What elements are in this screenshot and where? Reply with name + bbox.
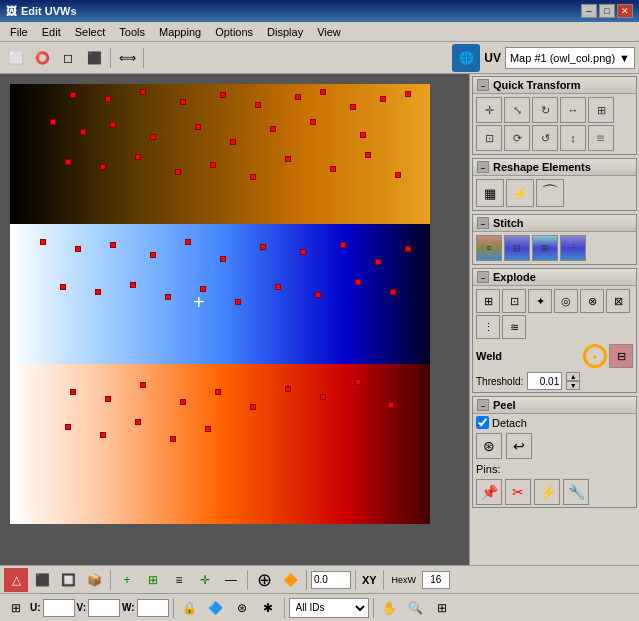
weld-row: Weld ⊟ [473,342,636,370]
stitch-tool-3[interactable]: ⊞ [532,235,558,261]
menu-file[interactable]: File [4,24,34,40]
peel-tool-1[interactable]: ⊛ [476,433,502,459]
stitch-collapse-btn[interactable]: – [477,217,489,229]
peel-section: – Peel Detach ⊛ ↩ Pins: 📌 ✂ ⚡ 🔧 [472,396,637,508]
minimize-button[interactable]: – [581,4,597,18]
select-circle-btn[interactable]: ⭕ [30,46,54,70]
bt2-zoom-btn[interactable]: 🔍 [404,596,428,620]
menu-bar: File Edit Select Tools Mapping Options D… [0,22,639,42]
exp-tool-1[interactable]: ⊞ [476,289,500,313]
stitch-label: Stitch [493,217,524,229]
detach-checkbox[interactable] [476,416,489,429]
reshape-section: – Reshape Elements ▦ ⚡ ⌒ [472,158,637,211]
bt1-tool-2[interactable]: ⬛ [30,568,54,592]
bt1-tool-5[interactable]: + [115,568,139,592]
v-input[interactable] [88,599,120,617]
threshold-label: Threshold: [476,376,523,387]
bt1-tool-3[interactable]: 🔲 [56,568,80,592]
qt-r5-btn[interactable]: ||| [588,125,614,151]
qt-col5-btn[interactable]: ⊞ [588,97,614,123]
menu-edit[interactable]: Edit [36,24,67,40]
reshape-collapse-btn[interactable]: – [477,161,489,173]
bt1-tool-9[interactable]: — [219,568,243,592]
menu-tools[interactable]: Tools [113,24,151,40]
bt2-sep1 [173,598,174,618]
pin-remove-btn[interactable]: ✂ [505,479,531,505]
menu-view[interactable]: View [311,24,347,40]
bt2-tool-5[interactable]: ⊞ [430,596,454,620]
threshold-input[interactable] [527,372,562,390]
reshape-tool-1[interactable]: ▦ [476,179,504,207]
bt2-tool-2[interactable]: 🔷 [204,596,228,620]
bt1-tool-6[interactable]: ⊞ [141,568,165,592]
zoom-input[interactable] [422,571,450,589]
qt-collapse-btn[interactable]: – [477,79,489,91]
menu-select[interactable]: Select [69,24,112,40]
qt-rotate-btn[interactable]: ↻ [532,97,558,123]
qt-scale-btn[interactable]: ⤡ [504,97,530,123]
bt1-tool-10[interactable]: ⊕ [252,568,276,592]
bt1-tool-11[interactable]: 🔶 [278,568,302,592]
qt-r2-btn[interactable]: ⟳ [504,125,530,151]
stitch-tool-1[interactable]: ≡ [476,235,502,261]
uv-canvas-area[interactable]: + [0,74,469,565]
bt2-tool-3[interactable]: ⊛ [230,596,254,620]
exp-tool-8[interactable]: ≋ [502,315,526,339]
select-rect-btn[interactable]: ⬜ [4,46,28,70]
bt1-tool-12[interactable]: HexW [388,568,420,592]
menu-display[interactable]: Display [261,24,309,40]
reshape-tool-2[interactable]: ⚡ [506,179,534,207]
qt-flip-h-btn[interactable]: ↔ [560,97,586,123]
bt2-tool-4[interactable]: ✱ [256,596,280,620]
select-line-btn[interactable]: ⬛ [82,46,106,70]
detach-label[interactable]: Detach [476,416,527,429]
bt1-tool-7[interactable]: ≡ [167,568,191,592]
mirror-btn[interactable]: ⟺ [115,46,139,70]
bt2-hand-btn[interactable]: ✋ [378,596,402,620]
exp-tool-5[interactable]: ⊗ [580,289,604,313]
peel-tools-row: ⊛ ↩ [473,431,636,461]
menu-mapping[interactable]: Mapping [153,24,207,40]
maximize-button[interactable]: □ [599,4,615,18]
threshold-down[interactable]: ▼ [566,381,580,390]
pin-add-btn[interactable]: 📌 [476,479,502,505]
reshape-tool-3[interactable]: ⌒ [536,179,564,207]
stitch-tool-2[interactable]: ⊟ [504,235,530,261]
qt-r4-btn[interactable]: ↕ [560,125,586,151]
weld-label: Weld [476,350,502,362]
value-input[interactable] [311,571,351,589]
map-selector[interactable]: Map #1 (owl_col.png) ▼ [505,47,635,69]
qt-move-btn[interactable]: ✛ [476,97,502,123]
peel-collapse-btn[interactable]: – [477,399,489,411]
threshold-up[interactable]: ▲ [566,372,580,381]
menu-options[interactable]: Options [209,24,259,40]
exp-tool-6[interactable]: ⊠ [606,289,630,313]
bt1-tool-4[interactable]: 📦 [82,568,106,592]
stitch-tools: ≡ ⊟ ⊞ ⋮ [473,232,636,264]
weld-target-icon[interactable] [583,344,607,368]
exp-tool-7[interactable]: ⋮ [476,315,500,339]
qt-r3-btn[interactable]: ↺ [532,125,558,151]
peel-tool-2[interactable]: ↩ [506,433,532,459]
bt2-tool-1[interactable]: ⊞ [4,596,28,620]
qt-r1-btn[interactable]: ⊡ [476,125,502,151]
exp-tool-4[interactable]: ◎ [554,289,578,313]
w-input[interactable] [137,599,169,617]
select-custom-btn[interactable]: ◻ [56,46,80,70]
pin-tool-4[interactable]: 🔧 [563,479,589,505]
bt1-tool-1[interactable]: △ [4,568,28,592]
explode-collapse-btn[interactable]: – [477,271,489,283]
uv-icon[interactable]: 🌐 [452,44,480,72]
weld-tool-2[interactable]: ⊟ [609,344,633,368]
app-icon: 🖼 [6,5,17,17]
bt1-tool-8[interactable]: ✛ [193,568,217,592]
pin-tool-3[interactable]: ⚡ [534,479,560,505]
exp-tool-3[interactable]: ✦ [528,289,552,313]
stitch-tool-4[interactable]: ⋮ [560,235,586,261]
quick-transform-header: – Quick Transform [473,77,636,94]
close-button[interactable]: ✕ [617,4,633,18]
exp-tool-2[interactable]: ⊡ [502,289,526,313]
ids-dropdown[interactable]: All IDs [289,598,369,618]
u-input[interactable] [43,599,75,617]
bt2-lock-btn[interactable]: 🔒 [178,596,202,620]
